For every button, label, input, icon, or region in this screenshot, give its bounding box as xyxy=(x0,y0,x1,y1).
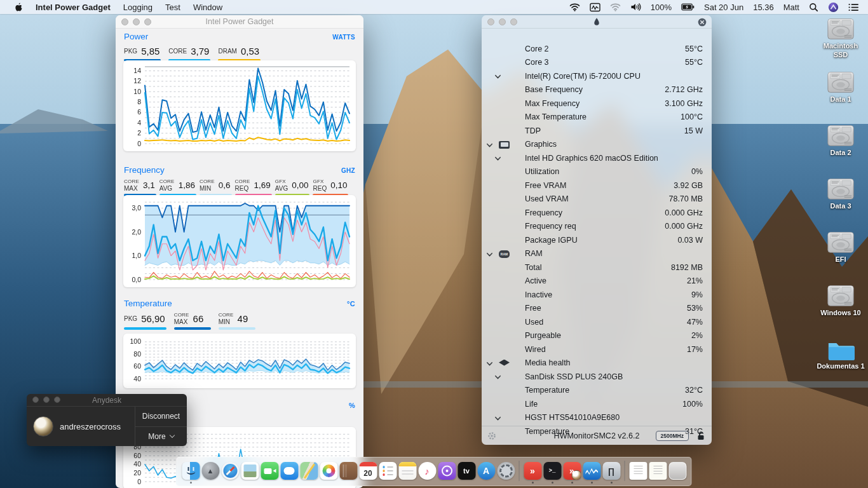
dock-finder-icon[interactable] xyxy=(181,462,201,480)
cpu-frequency-badge[interactable]: 2500MHz xyxy=(656,431,689,441)
hwm-row-label: Life xyxy=(525,400,538,409)
dock-photos-icon[interactable] xyxy=(319,462,339,480)
desktop-icon[interactable]: Data 3 xyxy=(815,178,867,231)
desktop-icon[interactable]: EFI xyxy=(815,231,867,285)
close-icon[interactable] xyxy=(698,18,707,27)
dock-tv-icon[interactable]: tv xyxy=(457,462,477,480)
ipg-title-bar[interactable]: Intel Power Gadget xyxy=(116,15,363,29)
hard-drive-icon xyxy=(826,71,855,94)
hwm-row[interactable]: Graphics xyxy=(482,138,712,152)
desktop-icon[interactable]: Windows 10 xyxy=(815,285,867,338)
power-gadget-menu-icon[interactable] xyxy=(587,0,603,14)
window-controls[interactable] xyxy=(487,18,517,25)
dock-podcasts-icon[interactable] xyxy=(437,462,457,480)
menu-item[interactable]: Test xyxy=(159,0,187,14)
temperature-section-title: Temperature xyxy=(124,299,172,308)
zoom-button[interactable] xyxy=(144,18,151,25)
running-indicator xyxy=(611,482,613,484)
hwm-title-bar[interactable] xyxy=(482,15,712,29)
frequency-stat: COREREQ 1,69 xyxy=(235,178,272,196)
zoom-button[interactable] xyxy=(510,18,517,25)
frequency-chart-card: 0,01,02,03,0 xyxy=(123,195,356,287)
hwm-row-label: Max Frequency xyxy=(525,99,580,108)
hwm-row[interactable]: Intel HD Graphics 620 macOS Edition xyxy=(482,151,712,165)
minimize-button[interactable] xyxy=(43,396,50,403)
unlock-icon[interactable] xyxy=(696,431,705,441)
anydesk-title-bar[interactable]: Anydesk xyxy=(27,394,187,406)
svg-text:4: 4 xyxy=(137,119,141,126)
close-button[interactable] xyxy=(487,18,494,25)
desktop-icon[interactable]: Data 2 xyxy=(815,125,867,178)
dock-anydesk-icon[interactable]: » xyxy=(523,462,543,480)
menu-clock-time[interactable]: 15.36 xyxy=(750,0,776,14)
dock-launchpad-icon[interactable]: ▲ xyxy=(201,462,220,480)
hwm-row: Utilization 0% xyxy=(482,165,712,179)
volume-menu-icon[interactable] xyxy=(628,0,644,14)
spotlight-search-icon[interactable] xyxy=(806,0,821,14)
wifi-secondary-menu-icon[interactable] xyxy=(607,0,623,14)
apple-menu[interactable] xyxy=(8,0,29,14)
dock-documents-stack-icon[interactable] xyxy=(628,462,648,480)
dock-anydesk-session-icon[interactable]: » xyxy=(562,462,582,480)
close-button[interactable] xyxy=(32,396,39,403)
dock-messages-icon[interactable] xyxy=(280,462,299,480)
dock-terminal-icon[interactable]: >_ xyxy=(543,462,562,480)
dock-calendar-icon[interactable]: 20 xyxy=(358,462,378,480)
chevron-down-icon xyxy=(486,251,493,258)
dock-maps-icon[interactable] xyxy=(299,462,319,480)
dock-sysprefs-icon[interactable] xyxy=(496,462,516,480)
minimize-button[interactable] xyxy=(499,18,506,25)
hwm-row[interactable]: SanDisk SSD PLUS 240GB xyxy=(482,370,712,384)
hwm-row-value: 21% xyxy=(687,276,703,285)
battery-icon[interactable] xyxy=(679,0,697,14)
svg-text:14: 14 xyxy=(133,67,141,74)
svg-text:10: 10 xyxy=(133,88,141,95)
power-stat: PKG 5,85 xyxy=(124,44,161,61)
disconnect-button[interactable]: Disconnect xyxy=(135,407,187,426)
close-button[interactable] xyxy=(121,18,128,25)
hwm-row: Free VRAM 3.92 GB xyxy=(482,179,712,193)
dock-preview-icon[interactable] xyxy=(240,462,260,480)
hwm-row[interactable]: Intel(R) Core(TM) i5-7200U CPU xyxy=(482,69,712,83)
hwm-row-value: 78.70 MB xyxy=(668,194,703,203)
hwm-row[interactable]: RAM xyxy=(482,247,712,261)
zoom-button[interactable] xyxy=(54,396,60,403)
dock-music-icon[interactable]: ♪ xyxy=(417,462,437,480)
anydesk-status-menu-icon[interactable] xyxy=(825,0,841,14)
chevron-down-icon xyxy=(494,374,501,381)
hwm-row: Total 8192 MB xyxy=(482,261,712,274)
more-button[interactable]: More xyxy=(135,426,187,447)
hwm-row: Life 100% xyxy=(482,397,712,411)
folder-icon xyxy=(827,339,855,361)
temperature-stat: PKG 56,90 xyxy=(124,311,166,330)
window-controls[interactable] xyxy=(121,18,151,25)
running-indicator xyxy=(571,482,573,484)
dock-trash-icon[interactable] xyxy=(668,462,688,480)
desktop-icon[interactable]: Dokumentas 1 xyxy=(815,338,867,391)
fast-user-switch[interactable]: Matt xyxy=(781,0,802,14)
menu-item[interactable]: Logging xyxy=(117,0,159,14)
notification-list-menu-icon[interactable] xyxy=(846,0,862,14)
dock-intel-power-gadget-icon[interactable] xyxy=(582,462,602,480)
dock-contacts-icon[interactable] xyxy=(339,462,358,480)
window-controls[interactable] xyxy=(32,396,60,403)
desktop-icon[interactable]: Data 1 xyxy=(815,71,867,125)
hwm-row[interactable]: HGST HTS541010A9E680 xyxy=(482,411,712,425)
dock-hwmonitor-icon[interactable]: ∏ xyxy=(602,462,621,480)
menu-app-name[interactable]: Intel Power Gadget xyxy=(29,0,117,14)
minimize-button[interactable] xyxy=(133,18,140,25)
hwm-row-label: Max Temperature xyxy=(525,112,587,121)
dock-facetime-icon[interactable] xyxy=(260,462,280,480)
hwm-row[interactable]: Media health xyxy=(482,356,712,370)
dock-reminders-icon[interactable] xyxy=(378,462,398,480)
menu-item[interactable]: Window xyxy=(187,0,229,14)
desktop-icon[interactable]: Macintosh SSD xyxy=(815,18,867,71)
dock-downloads-stack-icon[interactable] xyxy=(648,462,668,480)
frequency-stat: COREAVG 1,86 xyxy=(159,178,196,196)
dock-safari-icon[interactable] xyxy=(220,462,240,480)
hwm-row-value: 3.92 GB xyxy=(674,181,703,190)
wifi-menu-icon[interactable] xyxy=(567,0,583,14)
menu-clock-date[interactable]: Sat 20 Jun xyxy=(702,0,746,14)
dock-notes-icon[interactable] xyxy=(398,462,417,480)
dock-appstore-icon[interactable]: A xyxy=(477,462,496,480)
